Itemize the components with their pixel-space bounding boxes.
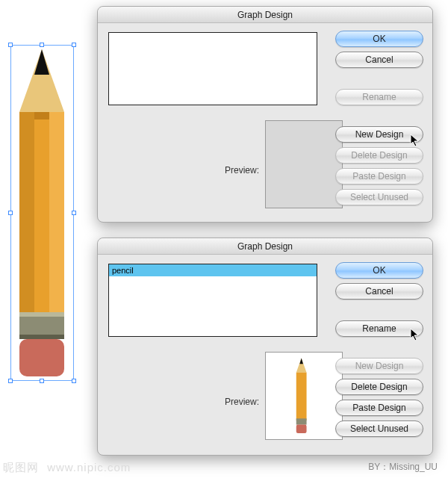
list-item[interactable]: pencil bbox=[109, 264, 317, 276]
svg-rect-12 bbox=[296, 373, 307, 420]
cancel-button[interactable]: Cancel bbox=[335, 283, 423, 299]
watermark-site: 昵图网 bbox=[3, 461, 39, 474]
rename-button[interactable]: Rename bbox=[335, 320, 423, 337]
preview-box bbox=[265, 120, 343, 208]
rename-button: Rename bbox=[335, 89, 423, 105]
resize-handle[interactable] bbox=[72, 379, 76, 383]
paste-design-button[interactable]: Paste Design bbox=[335, 400, 423, 416]
cancel-button[interactable]: Cancel bbox=[335, 52, 423, 68]
design-list[interactable] bbox=[108, 32, 317, 105]
resize-handle[interactable] bbox=[8, 379, 13, 383]
ok-button[interactable]: OK bbox=[335, 31, 423, 47]
resize-handle[interactable] bbox=[40, 43, 44, 47]
preview-pencil-icon bbox=[266, 353, 343, 441]
preview-box bbox=[265, 352, 343, 440]
resize-handle[interactable] bbox=[72, 43, 76, 47]
preview-label: Preview: bbox=[225, 165, 259, 176]
credit-text: BY：Missing_UU bbox=[368, 461, 438, 474]
svg-marker-11 bbox=[299, 358, 303, 364]
svg-rect-14 bbox=[296, 425, 307, 434]
dialog-buttons: OK Cancel Rename New Design Delete Desig… bbox=[335, 262, 423, 437]
dialog-title: Graph Design bbox=[98, 238, 432, 255]
watermark: 昵图网 www.nipic.com bbox=[3, 461, 131, 475]
select-unused-button: Select Unused bbox=[335, 189, 423, 205]
canvas-pencil-selection[interactable] bbox=[10, 45, 74, 381]
resize-handle[interactable] bbox=[8, 211, 13, 215]
graph-design-dialog-empty: Graph Design Preview: OK Cancel Rename N… bbox=[97, 6, 433, 223]
resize-handle[interactable] bbox=[72, 211, 76, 215]
dialog-buttons: OK Cancel Rename New Design Delete Desig… bbox=[335, 31, 423, 205]
svg-rect-13 bbox=[296, 418, 307, 424]
preview-label: Preview: bbox=[225, 397, 259, 407]
new-design-button: New Design bbox=[335, 358, 423, 374]
resize-handle[interactable] bbox=[8, 43, 13, 47]
selection-bounding-box bbox=[10, 45, 74, 381]
design-list[interactable]: pencil bbox=[108, 264, 317, 337]
paste-design-button: Paste Design bbox=[335, 168, 423, 184]
resize-handle[interactable] bbox=[40, 379, 44, 383]
dialog-title: Graph Design bbox=[98, 7, 432, 23]
watermark-url: www.nipic.com bbox=[47, 461, 131, 474]
delete-design-button: Delete Design bbox=[335, 147, 423, 164]
ok-button[interactable]: OK bbox=[335, 262, 423, 279]
new-design-button[interactable]: New Design bbox=[335, 126, 423, 143]
delete-design-button[interactable]: Delete Design bbox=[335, 379, 423, 395]
select-unused-button[interactable]: Select Unused bbox=[335, 420, 423, 437]
graph-design-dialog-pencil: Graph Design pencil Preview: OK Cancel R… bbox=[97, 238, 433, 456]
